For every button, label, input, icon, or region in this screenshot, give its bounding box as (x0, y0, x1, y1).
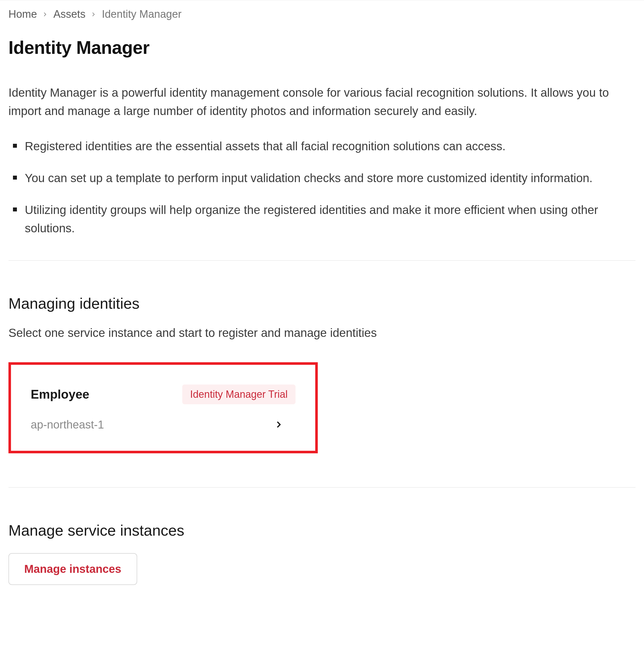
instance-name: Employee (31, 387, 89, 401)
feature-item: Utilizing identity groups will help orga… (11, 201, 636, 237)
highlighted-instance-wrapper: Employee Identity Manager Trial ap-north… (8, 362, 318, 453)
breadcrumb-current: Identity Manager (102, 8, 181, 20)
breadcrumb-link-home[interactable]: Home (8, 8, 37, 20)
trial-badge: Identity Manager Trial (182, 385, 296, 404)
chevron-right-icon (42, 11, 48, 18)
manage-instances-button[interactable]: Manage instances (8, 553, 137, 585)
divider (8, 487, 636, 488)
chevron-right-icon (274, 420, 296, 429)
divider (8, 260, 636, 261)
managing-identities-title: Managing identities (8, 294, 636, 312)
instance-region: ap-northeast-1 (31, 418, 104, 431)
breadcrumb-link-assets[interactable]: Assets (53, 8, 85, 20)
feature-item: You can set up a template to perform inp… (11, 169, 636, 187)
chevron-right-icon (90, 11, 97, 18)
managing-identities-desc: Select one service instance and start to… (8, 326, 636, 340)
breadcrumb: Home Assets Identity Manager (8, 8, 636, 20)
page-title: Identity Manager (8, 37, 636, 58)
feature-item: Registered identities are the essential … (11, 137, 636, 155)
service-instance-card[interactable]: Employee Identity Manager Trial ap-north… (11, 365, 315, 451)
manage-service-instances-title: Manage service instances (8, 522, 636, 539)
feature-list: Registered identities are the essential … (8, 137, 636, 237)
intro-text: Identity Manager is a powerful identity … (8, 84, 623, 120)
